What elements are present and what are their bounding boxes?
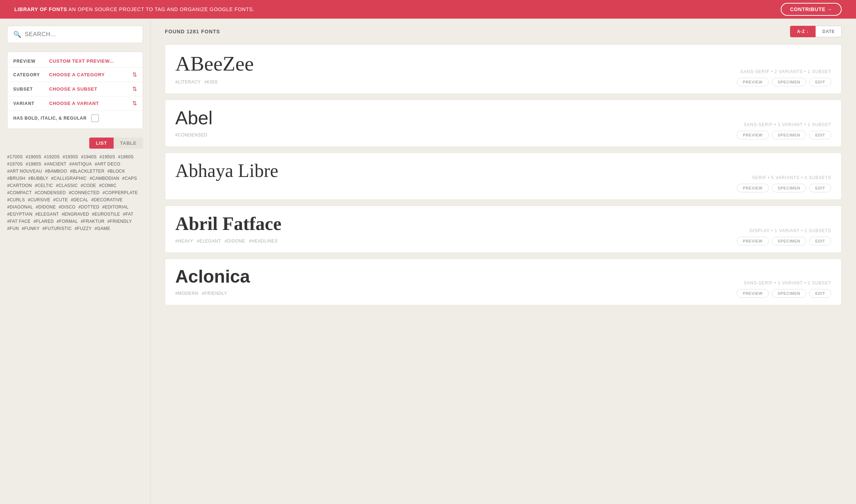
tag-item[interactable]: #DIAGONAL	[7, 205, 33, 210]
filter-value-preview[interactable]: CUSTOM TEXT PREVIEW...	[49, 58, 137, 64]
edit-button[interactable]: EDIT	[809, 289, 831, 298]
font-card-bottom: PREVIEWSPECIMENEDIT	[175, 184, 831, 192]
tag-item[interactable]: #1920S	[44, 154, 60, 159]
action-buttons: PREVIEWSPECIMENEDIT	[737, 237, 831, 245]
filter-row-subset[interactable]: SUBSET CHOOSE A SUBSET ⇅	[8, 82, 143, 96]
tag-item[interactable]: #BLACKLETTER	[70, 169, 104, 174]
tag-item[interactable]: #1930S	[63, 154, 79, 159]
tag-item[interactable]: #1950S	[100, 154, 115, 159]
tag-item[interactable]: #ELEGANT	[35, 212, 59, 217]
filter-row-variant[interactable]: VARIANT CHOOSE A VARIANT ⇅	[8, 96, 143, 111]
tag-item[interactable]: #BLOCK	[107, 169, 125, 174]
tag-item[interactable]: #FRAKTUR	[81, 219, 104, 224]
checkbox-label: HAS BOLD, ITALIC, & REGULAR	[13, 116, 87, 121]
tag-item[interactable]: #FORMAL	[57, 219, 78, 224]
specimen-button[interactable]: SPECIMEN	[772, 131, 807, 139]
tag-item[interactable]: #CURLS	[7, 197, 25, 202]
list-view-button[interactable]: LIST	[89, 138, 113, 149]
sort-az-button[interactable]: A-Z ↓	[790, 26, 815, 37]
tag-item[interactable]: #1940S	[81, 154, 97, 159]
tag-item[interactable]: #FUTURISTIC	[42, 226, 72, 231]
tag-item[interactable]: #DECAL	[71, 197, 89, 202]
tag-item[interactable]: #EUROSTILE	[92, 212, 120, 217]
table-view-button[interactable]: TABLE	[114, 138, 143, 149]
tag-item[interactable]: #1970S	[7, 162, 23, 167]
preview-button[interactable]: PREVIEW	[737, 289, 769, 298]
tag-item[interactable]: #DISCO	[59, 205, 76, 210]
tag-item[interactable]: #FLARED	[33, 219, 54, 224]
tag-item[interactable]: #ART NOUVEAU	[7, 169, 42, 174]
search-icon: 🔍	[13, 30, 21, 38]
tag-item[interactable]: #1980S	[26, 162, 42, 167]
tag-item[interactable]: #DOTTED	[79, 205, 100, 210]
tag-item[interactable]: #1960S	[118, 154, 134, 159]
font-tag[interactable]: #KIDS	[204, 80, 218, 85]
sort-date-button[interactable]: DATE	[815, 26, 842, 37]
tag-item[interactable]: #CALLIGRAPHIC	[51, 176, 87, 181]
tag-item[interactable]: #FUN	[7, 226, 19, 231]
action-buttons: PREVIEWSPECIMENEDIT	[737, 131, 831, 139]
tag-item[interactable]: #CAPS	[122, 176, 137, 181]
tag-item[interactable]: #EGYPTIAN	[7, 212, 33, 217]
tag-item[interactable]: #ENGRAVED	[62, 212, 89, 217]
tag-item[interactable]: #CARTOON	[7, 183, 32, 188]
tag-item[interactable]: #CURSIVE	[28, 197, 51, 202]
edit-button[interactable]: EDIT	[809, 237, 831, 245]
tag-item[interactable]: #FUNKY	[22, 226, 40, 231]
preview-button[interactable]: PREVIEW	[737, 184, 769, 192]
font-tag[interactable]: #MODERN	[175, 291, 198, 296]
font-tag[interactable]: #LITERACY	[175, 80, 201, 85]
font-tag[interactable]: #ELEGANT	[197, 239, 221, 244]
font-card-top: Aclonica SANS-SERIF • 1 VARIANT • 1 SUBS…	[175, 268, 831, 285]
preview-button[interactable]: PREVIEW	[737, 78, 769, 86]
edit-button[interactable]: EDIT	[809, 131, 831, 139]
tag-item[interactable]: #1900S	[26, 154, 42, 159]
tag-item[interactable]: #CELTIC	[35, 183, 53, 188]
specimen-button[interactable]: SPECIMEN	[772, 184, 807, 192]
filter-row-category[interactable]: CATEGORY CHOOSE A CATEGORY ⇅	[8, 68, 143, 82]
preview-button[interactable]: PREVIEW	[737, 237, 769, 245]
tag-item[interactable]: #BAMBOO	[45, 169, 67, 174]
filter-value-variant: CHOOSE A VARIANT	[49, 101, 132, 106]
edit-button[interactable]: EDIT	[809, 78, 831, 86]
tag-item[interactable]: #COMIC	[99, 183, 116, 188]
filter-value-category: CHOOSE A CATEGORY	[49, 72, 132, 77]
tag-item[interactable]: #CUTE	[53, 197, 68, 202]
contribute-button[interactable]: CONTRIBUTE →	[781, 3, 842, 16]
banner-text: LIBRARY OF FONTS AN OPEN SOURCE PROJECT …	[14, 6, 255, 12]
font-tag[interactable]: #HEADLINES	[249, 239, 278, 244]
edit-button[interactable]: EDIT	[809, 184, 831, 192]
tag-item[interactable]: #CONDENSED	[35, 190, 66, 195]
tag-item[interactable]: #ANCIENT	[44, 162, 66, 167]
specimen-button[interactable]: SPECIMEN	[772, 78, 807, 86]
font-tag[interactable]: #CONDENSED	[175, 133, 207, 138]
bold-italic-regular-checkbox[interactable]	[91, 114, 99, 122]
tag-item[interactable]: #1700S	[7, 154, 23, 159]
tag-item[interactable]: #COMPACT	[7, 190, 32, 195]
tag-item[interactable]: #COPPERPLATE	[103, 190, 138, 195]
tag-item[interactable]: #ANTIQUA	[69, 162, 92, 167]
tag-item[interactable]: #BRUSH	[7, 176, 25, 181]
tag-item[interactable]: #CONNECTED	[69, 190, 100, 195]
tag-item[interactable]: #FUZZY	[75, 226, 92, 231]
tag-item[interactable]: #CLASSIC	[56, 183, 78, 188]
font-tag[interactable]: #FRIENDLY	[202, 291, 227, 296]
preview-button[interactable]: PREVIEW	[737, 131, 769, 139]
tag-item[interactable]: #BUBBLY	[28, 176, 48, 181]
tag-item[interactable]: #CODE	[81, 183, 96, 188]
tag-item[interactable]: #FAT FACE	[7, 219, 30, 224]
tag-item[interactable]: #GAME	[95, 226, 110, 231]
search-input[interactable]	[25, 31, 137, 38]
tag-item[interactable]: #CAMBODIAN	[90, 176, 119, 181]
tag-item[interactable]: #EDITORIAL	[102, 205, 128, 210]
tag-item[interactable]: #FAT	[123, 212, 133, 217]
font-card: Abril Fatface DISPLAY • 1 VARIANT • 2 SU…	[165, 206, 842, 253]
specimen-button[interactable]: SPECIMEN	[772, 237, 807, 245]
tag-item[interactable]: #DECORATIVE	[91, 197, 123, 202]
tag-item[interactable]: #FRIENDLY	[107, 219, 132, 224]
tag-item[interactable]: #ART DECO	[95, 162, 120, 167]
font-tag[interactable]: #DIDONE	[225, 239, 246, 244]
tag-item[interactable]: #DIDONE	[36, 205, 56, 210]
font-tag[interactable]: #HEAVY	[175, 239, 193, 244]
specimen-button[interactable]: SPECIMEN	[772, 289, 807, 298]
